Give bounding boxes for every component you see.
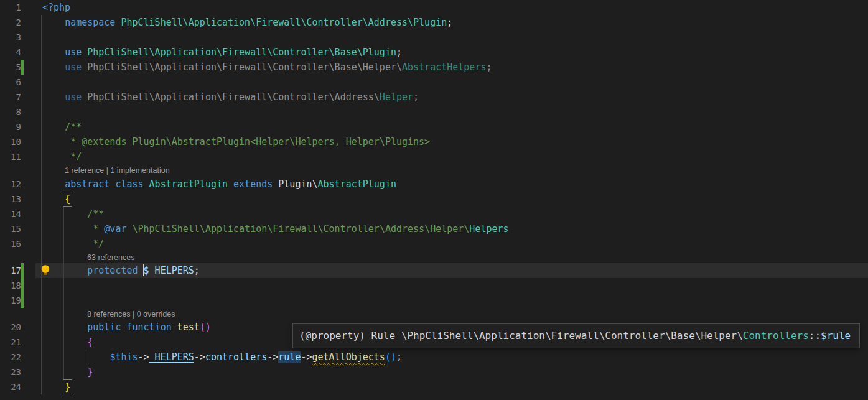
code-line-text: * @var \PhpCliShell\Application\Firewall… [42, 221, 509, 236]
code-line-text: use PhpCliShell\Application\Firewall\Con… [42, 60, 492, 75]
code-token: -> [138, 351, 149, 363]
code-line-15[interactable]: 15 * @var \PhpCliShell\Application\Firew… [0, 221, 868, 236]
code-token: AbstractHelpers [402, 62, 486, 73]
code-line-24[interactable]: 24 } [0, 379, 868, 394]
codelens-label[interactable]: 63 references [87, 252, 134, 264]
code-line-23[interactable]: 23 } [0, 365, 868, 379]
lightbulb-icon[interactable] [40, 264, 51, 279]
line-number[interactable]: 21 [0, 335, 21, 350]
line-number[interactable]: 1 [0, 0, 21, 15]
code-line-text: { [42, 192, 70, 207]
line-number[interactable]: 3 [0, 30, 21, 45]
line-number[interactable]: 9 [0, 119, 21, 134]
code-token: @var [104, 223, 126, 235]
line-number[interactable]: 13 [0, 192, 21, 207]
code-token: ; [396, 351, 402, 363]
code-line-10[interactable]: 10 * @extends Plugin\AbstractPlugin<Help… [0, 134, 868, 149]
code-token [273, 179, 278, 190]
line-number[interactable]: 15 [0, 221, 21, 236]
code-line-text: * @extends Plugin\AbstractPlugin<Helper\… [42, 134, 430, 149]
code-line-3[interactable]: 3 [0, 30, 868, 45]
code-token: PhpCliShell\Application\Firewall\Control… [87, 47, 396, 58]
code-token: _HELPERS [149, 351, 194, 363]
code-line-19[interactable]: 19 [0, 293, 868, 308]
code-line-9[interactable]: 9 /** [0, 119, 868, 134]
line-number[interactable]: 5 [0, 60, 21, 75]
code-token: \PhpCliShell\Application\Firewall\Contro… [126, 223, 469, 235]
code-token: PhpCliShell\Application\Firewall\Control… [121, 17, 447, 28]
code-line-2[interactable]: 2 namespace PhpCliShell\Application\Fire… [0, 15, 868, 30]
hover-tooltip: (@property) Rule \PhpCliShell\Applicatio… [292, 323, 860, 348]
code-line-11[interactable]: 11 */ [0, 149, 868, 164]
line-number[interactable]: 23 [0, 365, 21, 379]
code-line-7[interactable]: 7 use PhpCliShell\Application\Firewall\C… [0, 90, 868, 105]
line-number[interactable]: 8 [0, 105, 21, 119]
word-highlight: rule [278, 351, 301, 363]
line-number[interactable]: 19 [0, 293, 21, 308]
code-line-13[interactable]: 13 { [0, 192, 868, 207]
code-token: use [65, 62, 82, 73]
line-number[interactable]: 18 [0, 278, 21, 293]
code-token: } [87, 366, 93, 378]
code-line-4[interactable]: 4 use PhpCliShell\Application\Firewall\C… [0, 45, 868, 60]
code-line-16[interactable]: 16 */ [0, 236, 868, 251]
code-token: -> [194, 351, 205, 363]
line-number[interactable]: 11 [0, 149, 21, 164]
code-token: (@property) Rule \PhpCliShell\Applicatio… [299, 330, 743, 342]
code-line-6[interactable]: 6 [0, 75, 868, 90]
code-line-8[interactable]: 8 [0, 105, 868, 119]
code-token: use [65, 47, 82, 58]
line-number[interactable]: 16 [0, 236, 21, 251]
code-line-text: abstract class AbstractPlugin extends Pl… [42, 177, 396, 192]
code-token: ; [447, 17, 452, 28]
gutter-modified-indicator [21, 263, 24, 278]
code-token: AbstractPlugin [318, 179, 396, 190]
code-token: $_HELPERS [144, 265, 194, 276]
code-line-text: public function test() [42, 320, 211, 335]
code-line-18[interactable]: 18 [0, 278, 868, 293]
code-line-text: /** [42, 207, 104, 221]
code-token: PhpCliShell\Application\Firewall\Control… [82, 62, 402, 73]
code-line-12[interactable]: 12 abstract class AbstractPlugin extends… [0, 177, 868, 192]
gutter-modified-indicator [21, 293, 24, 308]
line-number[interactable]: 7 [0, 90, 21, 105]
code-token: { [65, 193, 70, 205]
code-token [82, 47, 87, 58]
code-line-text: namespace PhpCliShell\Application\Firewa… [42, 15, 452, 30]
codelens-label[interactable]: 1 reference | 1 implementation [65, 165, 170, 177]
code-token: public [87, 322, 121, 333]
code-line-5[interactable]: 5 use PhpCliShell\Application\Firewall\C… [0, 60, 868, 75]
code-token: } [65, 381, 70, 393]
codelens-label[interactable]: 8 references | 0 overrides [87, 309, 175, 320]
code-line-text: } [42, 379, 70, 394]
code-line-14[interactable]: 14 /** [0, 207, 868, 221]
code-line-text: */ [42, 149, 82, 164]
line-number[interactable]: 2 [0, 15, 21, 30]
code-token: * [87, 223, 104, 235]
code-token: Helper [380, 91, 413, 103]
code-line-text: { [42, 335, 93, 350]
code-token: $this [110, 351, 138, 363]
line-number[interactable]: 14 [0, 207, 21, 221]
line-number[interactable]: 4 [0, 45, 21, 60]
line-number[interactable]: 22 [0, 350, 21, 365]
code-line-text: <?php [42, 0, 70, 15]
code-token: namespace [65, 17, 115, 28]
code-line-22[interactable]: 22 $this->_HELPERS->controllers->rule->g… [0, 350, 868, 365]
code-token: ; [396, 47, 402, 58]
code-line-17[interactable]: 17 protected $_HELPERS; [0, 263, 868, 278]
line-number[interactable]: 12 [0, 177, 21, 192]
line-number[interactable]: 17 [0, 263, 21, 278]
code-line-1[interactable]: 1<?php [0, 0, 868, 15]
code-token: use [65, 91, 82, 103]
line-number[interactable]: 24 [0, 379, 21, 394]
codelens-row: 1 reference | 1 implementation [0, 164, 868, 177]
code-token: Helpers [469, 223, 508, 235]
code-token: $rule [821, 330, 851, 342]
gutter-modified-indicator [21, 60, 24, 75]
line-number[interactable]: 20 [0, 320, 21, 335]
line-number[interactable]: 10 [0, 134, 21, 149]
line-number[interactable]: 6 [0, 75, 21, 90]
code-token: function [126, 322, 171, 333]
code-token: { [87, 337, 93, 348]
